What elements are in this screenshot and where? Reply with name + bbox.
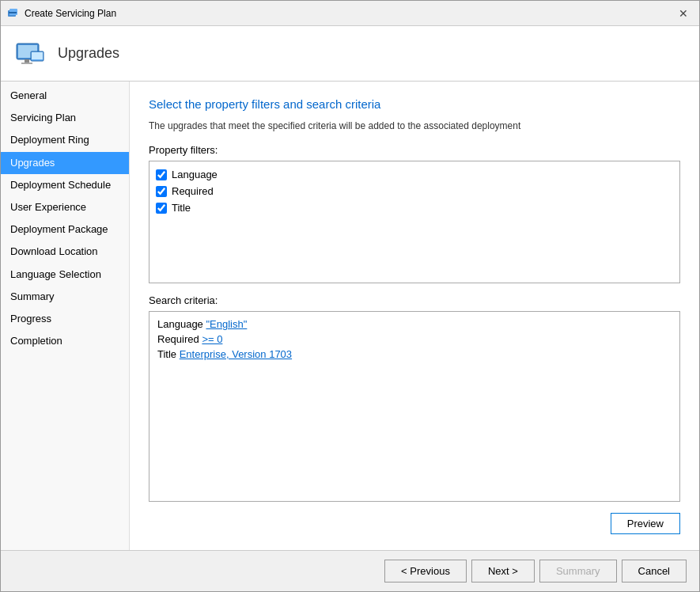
main-window: Create Servicing Plan ✕ Upgrades General… — [0, 0, 700, 592]
filter-required-checkbox[interactable] — [156, 186, 167, 197]
sidebar-item-download-location[interactable]: Download Location — [1, 241, 129, 263]
sidebar-item-deployment-ring[interactable]: Deployment Ring — [1, 129, 129, 151]
filter-required-label: Required — [172, 185, 214, 197]
title-bar-left: Create Servicing Plan — [7, 7, 116, 20]
criteria-title-link[interactable]: Enterprise, Version 1703 — [180, 348, 292, 360]
svg-rect-8 — [32, 52, 43, 59]
content-area: General Servicing Plan Deployment Ring U… — [1, 82, 699, 550]
sidebar-item-user-experience[interactable]: User Experience — [1, 196, 129, 218]
svg-rect-5 — [25, 59, 29, 63]
criteria-title-row: Title Enterprise, Version 1703 — [157, 348, 672, 360]
criteria-required-prefix: Required — [157, 333, 202, 345]
filter-language-label: Language — [172, 169, 218, 180]
sidebar-item-servicing-plan[interactable]: Servicing Plan — [1, 107, 129, 129]
criteria-title-prefix: Title — [157, 348, 180, 360]
header-title: Upgrades — [58, 45, 119, 62]
header-icon — [13, 37, 47, 70]
filter-title-row: Title — [156, 199, 673, 216]
sidebar-item-deployment-package[interactable]: Deployment Package — [1, 218, 129, 241]
criteria-language-row: Language "English" — [157, 318, 672, 330]
close-button[interactable]: ✕ — [674, 4, 693, 23]
sidebar: General Servicing Plan Deployment Ring U… — [1, 82, 130, 550]
window-title: Create Servicing Plan — [25, 8, 116, 19]
main-content-panel: Select the property filters and search c… — [130, 82, 699, 550]
svg-rect-6 — [21, 63, 32, 64]
criteria-required-row: Required >= 0 — [157, 333, 672, 345]
next-button[interactable]: Next > — [471, 560, 535, 583]
header-band: Upgrades — [1, 26, 699, 82]
footer: < Previous Next > Summary Cancel — [1, 550, 699, 591]
sidebar-item-summary[interactable]: Summary — [1, 286, 129, 308]
section-title: Select the property filters and search c… — [149, 97, 680, 111]
search-criteria-label: Search criteria: — [149, 294, 680, 306]
description-text: The upgrades that meet the specified cri… — [149, 120, 680, 131]
sidebar-item-language-selection[interactable]: Language Selection — [1, 264, 129, 286]
app-icon — [7, 7, 20, 20]
sidebar-item-progress[interactable]: Progress — [1, 308, 129, 330]
criteria-language-link[interactable]: "English" — [206, 318, 247, 330]
sidebar-item-general[interactable]: General — [1, 85, 129, 107]
filter-required-row: Required — [156, 183, 673, 199]
filter-language-row: Language — [156, 166, 673, 183]
preview-row: Preview — [149, 513, 680, 534]
filter-title-checkbox[interactable] — [156, 203, 167, 214]
preview-button[interactable]: Preview — [611, 513, 680, 534]
title-bar: Create Servicing Plan ✕ — [1, 1, 699, 26]
property-filters-box: Language Required Title — [149, 161, 680, 283]
previous-button[interactable]: < Previous — [384, 560, 467, 583]
sidebar-item-completion[interactable]: Completion — [1, 330, 129, 352]
search-criteria-box: Language "English" Required >= 0 Title E… — [149, 311, 680, 502]
cancel-button[interactable]: Cancel — [622, 560, 687, 583]
filter-title-label: Title — [172, 202, 191, 214]
criteria-required-link[interactable]: >= 0 — [202, 333, 222, 345]
filter-language-checkbox[interactable] — [156, 169, 167, 180]
svg-rect-2 — [9, 12, 17, 13]
property-filters-label: Property filters: — [149, 144, 680, 156]
sidebar-item-deployment-schedule[interactable]: Deployment Schedule — [1, 174, 129, 196]
sidebar-item-upgrades[interactable]: Upgrades — [1, 152, 129, 174]
criteria-language-prefix: Language — [157, 318, 206, 330]
summary-button[interactable]: Summary — [539, 560, 617, 583]
